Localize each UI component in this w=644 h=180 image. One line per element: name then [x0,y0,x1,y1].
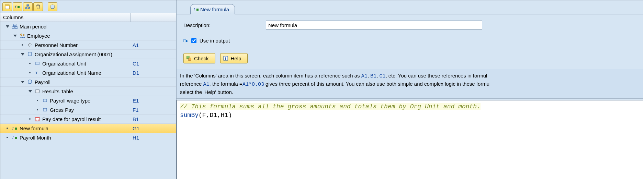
leaf-bullet-icon [22,44,23,46]
svg-text:12: 12 [36,118,39,121]
tree-item-ref: A1 [131,40,176,49]
tree-personnel-number[interactable]: Personnel NumberA1 [0,40,176,50]
tree-payroll-month[interactable]: fPayroll MonthH1 [0,133,176,142]
db-icon [27,79,33,85]
info-frag: , etc. You can use these references in f… [385,73,487,79]
tree-org-unit[interactable]: Organizational UnitC1 [0,59,176,68]
svg-rect-24 [15,128,17,130]
svg-point-12 [23,34,24,36]
columns-header-label: Columns [0,13,131,22]
expander-icon[interactable] [29,90,32,93]
formula-icon: f [12,135,18,140]
tree-payroll[interactable]: Payroll [0,77,176,87]
help-button[interactable]: i Help [220,53,248,63]
expander-icon[interactable] [21,53,24,56]
svg-rect-14 [36,62,39,65]
tree-item-ref [131,50,176,59]
info-frag: select the 'Help' button. [180,89,233,95]
tree-pay-date[interactable]: 12Pay date for payroll resultB1 [0,115,176,124]
tree-results-table[interactable]: Results Table [0,87,176,96]
info-frag: , [368,73,370,79]
columns-header-ref [131,13,176,22]
tree-item-label: Payroll Month [20,135,51,141]
svg-rect-18 [43,99,47,102]
svg-text:f: f [12,126,14,130]
svg-text:f: f [12,135,14,140]
tree-main-period[interactable]: Main period [0,22,176,31]
diamond-icon [27,42,33,48]
description-label: Description: [183,22,266,28]
editor-comment: // This formula sums all the gross amoun… [180,103,481,110]
tree-item-ref: D1 [131,68,176,77]
info-ref: A1 [361,73,368,79]
info-icon: i [223,56,228,61]
tree-item-label: Main period [20,24,46,29]
tree-org-unit-name[interactable]: TOrganizational Unit NameD1 [0,68,176,77]
period-icon [12,24,18,29]
columns-tree[interactable]: Main periodEmployeePersonnel NumberA1Org… [0,22,176,179]
left-toolbar: f [0,0,176,13]
tree-employee[interactable]: Employee [0,31,176,40]
svg-rect-28 [196,9,199,11]
formula-editor[interactable]: // This formula sums all the gross amoun… [177,100,643,179]
info-ref: A1*0.03 [242,82,264,87]
toolbar-btn-db[interactable] [48,2,57,11]
check-button[interactable]: Check [183,53,215,63]
tree-new-formula[interactable]: fNew formulaG1 [0,124,176,133]
paydate-icon: 12 [35,116,40,122]
tree-item-ref [131,31,176,40]
tree-item-label: Payroll [35,79,50,85]
leaf-bullet-icon [29,72,31,73]
editor-args: (F,D1,H1) [199,112,232,119]
info-ref: B1 [370,73,376,79]
help-button-label: Help [231,56,241,61]
expander-icon[interactable] [6,25,9,28]
leaf-bullet-icon [29,118,31,120]
tab-bar: f New formula [177,0,643,14]
use-output-label: Use in output [200,38,230,44]
info-frag: , the formula = [210,81,242,87]
tree-wage-type[interactable]: Payroll wage typeE1 [0,96,176,105]
toolbar-btn-delete[interactable] [33,2,43,11]
db-icon [50,4,55,9]
tree-org-assignment[interactable]: Organizational Assignment (0001) [0,50,176,59]
detail-panel: f New formula Description: □▸ Use in out… [177,0,643,179]
toolbar-btn-formula[interactable]: f [13,2,22,11]
svg-rect-3 [18,6,20,8]
tree-item-ref [131,77,176,86]
svg-rect-26 [15,137,17,139]
tree-item-ref: C1 [131,59,176,68]
svg-rect-30 [189,58,191,61]
toolbar-btn-1[interactable] [2,2,12,11]
info-frag: reference [180,81,203,87]
tab-label: New formula [200,7,229,12]
tree-item-ref [131,22,176,31]
description-input[interactable] [266,21,482,29]
employee-icon [20,33,25,38]
tree-item-label: Gross Pay [50,107,74,113]
use-output-checkbox[interactable] [191,38,196,43]
tree-icon [25,4,30,9]
leaf-bullet-icon [37,100,38,101]
svg-rect-4 [27,4,29,6]
tree-gross-pay[interactable]: Gross PayF1 [0,105,176,115]
expander-icon[interactable] [13,35,17,37]
info-text: In the 'Columns' area in this screen, ea… [177,69,643,99]
tree-item-label: Organizational Assignment (0001) [35,51,112,57]
tree-item-label: Personnel Number [35,42,78,48]
tree-item-label: Organizational Unit Name [42,70,101,76]
tree-item-label: Employee [27,33,50,39]
editor-func: sumBy [180,112,199,119]
info-ref: A1 [203,82,210,87]
leaf-bullet-icon [29,63,31,64]
formula-icon: f [15,4,20,9]
expander-icon[interactable] [21,81,24,83]
output-icon: □▸ [183,38,188,43]
leaf-bullet-icon [7,128,8,129]
toolbar-btn-struct[interactable] [23,2,33,11]
formula-icon: f [12,125,18,131]
form-area: Description: □▸ Use in output Check i He… [177,14,643,69]
tab-new-formula[interactable]: f New formula [190,4,235,14]
tree-item-ref: F1 [131,105,176,114]
trash-icon [36,4,41,9]
